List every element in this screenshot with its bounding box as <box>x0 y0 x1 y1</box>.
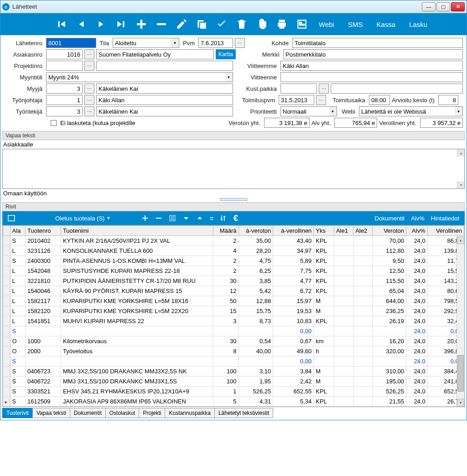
table-row[interactable]: O2000Työveloitus840,0049,60h320,0024,039… <box>3 346 464 356</box>
tyonjohtaja-nimi-input[interactable] <box>96 95 233 105</box>
toimitusaika-input[interactable] <box>369 95 390 105</box>
row-down-icon[interactable] <box>182 214 190 222</box>
table-row[interactable]: L1542048SUPISTUSYHDE KUPARI MAPRESS 22-1… <box>3 266 464 276</box>
col-Ale1[interactable]: Ale1 <box>334 226 353 236</box>
myyja-lookup-button[interactable]: ⋯ <box>84 84 94 94</box>
sms-button[interactable]: SMS <box>345 21 366 28</box>
row-sort-icon[interactable] <box>220 214 227 222</box>
kohde-input[interactable] <box>292 38 463 48</box>
col-Alv%[interactable]: Alv% <box>406 226 427 236</box>
copy-icon[interactable] <box>196 16 208 32</box>
print-icon[interactable] <box>276 16 288 32</box>
confirm-icon[interactable] <box>216 16 228 32</box>
kustpaikka-lookup-button[interactable]: ⋯ <box>319 84 329 94</box>
kustpaikka-nimi-input[interactable] <box>331 84 463 94</box>
projektinro-lookup-button[interactable]: ⋯ <box>84 61 94 71</box>
myyntitili-dropdown-icon[interactable]: ▼ <box>225 72 233 82</box>
tila-dropdown-icon[interactable]: ▼ <box>171 38 179 48</box>
next-record-icon[interactable] <box>95 16 107 32</box>
tyontekija-nimi-input[interactable] <box>96 106 233 116</box>
tyontekija-lookup-button[interactable]: ⋯ <box>84 106 94 116</box>
webi-button[interactable]: Webi <box>316 21 337 28</box>
table-row[interactable]: L3221810PUTKIPIDIN ÄÄNIERISTETTY CR-17/2… <box>3 276 464 286</box>
prioriteetti-select[interactable] <box>280 106 329 116</box>
col-Määrä[interactable]: Määrä <box>213 226 239 236</box>
viitteenne-input[interactable] <box>280 72 463 82</box>
add-icon[interactable] <box>135 16 147 32</box>
tab-lähetetyt-tekstiviestit[interactable]: Lähetetyt tekstiviestit <box>214 408 273 418</box>
table-row[interactable]: S2010402KYTKIN AR 2/16A/250V/IP21 PJ 2X … <box>3 236 464 246</box>
lasku-button[interactable]: Lasku <box>406 21 430 28</box>
tab-vapaa-teksti[interactable]: Vapaa teksti <box>32 408 70 418</box>
col-marker[interactable] <box>3 226 10 236</box>
asiakasnro-input[interactable] <box>46 49 83 59</box>
table-row[interactable]: S0,0024,00,00 <box>3 326 464 336</box>
alv-button[interactable]: Alv% <box>411 215 425 222</box>
scroll-up-button[interactable]: ▴ <box>457 236 464 244</box>
pvm-picker-button[interactable]: ⋯ <box>235 38 245 48</box>
oletus-tuoteala-dropdown[interactable]: Oletus tuoteala (S) ▼ <box>55 215 110 222</box>
hintatiedot-button[interactable]: Hintatiedot <box>431 215 459 222</box>
ei-laskuteta-checkbox[interactable] <box>51 120 57 126</box>
myyntitili-select[interactable] <box>46 72 225 82</box>
kassa-button[interactable]: Kassa <box>374 21 398 28</box>
minimize-button[interactable]: — <box>422 2 436 11</box>
myyja-nimi-input[interactable] <box>96 84 233 94</box>
arvioitu-input[interactable] <box>438 95 458 105</box>
grid-view-icon[interactable] <box>8 214 15 222</box>
table-row[interactable]: S2400300PINTA-ASENNUS 1-OS.KOMBI H=13MM … <box>3 256 464 266</box>
row-euro-icon[interactable]: € <box>234 214 238 223</box>
prioriteetti-dropdown-icon[interactable]: ▼ <box>329 106 337 116</box>
col-Tuotenimi[interactable]: Tuotenimi <box>61 226 213 236</box>
asiakas-nimi-input[interactable] <box>96 49 214 59</box>
table-row[interactable]: L1582120KUPARIPUTKI KME YORKSHIRE L=5M 2… <box>3 306 464 316</box>
col-à-verollinen[interactable]: à-verollinen <box>273 226 314 236</box>
col-Veroton[interactable]: Veroton <box>373 226 406 236</box>
webi-select[interactable] <box>359 106 455 116</box>
toimituspvm-input[interactable] <box>279 95 314 105</box>
asiakkaalle-textarea[interactable]: ▴ ▾ <box>2 149 465 189</box>
col-Ale2[interactable]: Ale2 <box>353 226 373 236</box>
col-Tuotenro[interactable]: Tuotenro <box>25 226 61 236</box>
tab-kustannuspaikka[interactable]: Kustannuspaikka <box>165 408 214 418</box>
dokumentit-button[interactable]: Dokumentit <box>374 215 405 222</box>
col-à-veroton[interactable]: à-veroton <box>239 226 273 236</box>
merkki-input[interactable] <box>283 49 463 59</box>
scroll-up-icon[interactable]: ▴ <box>457 149 464 157</box>
table-row[interactable]: O1000Kilometrikorvaus300,540,67km16,2024… <box>3 336 464 346</box>
table-row[interactable]: S0406722MMJ 3X1,5S/100 DRAKANKC MMJ3X1,5… <box>3 377 464 387</box>
row-remove-icon[interactable] <box>155 214 162 222</box>
table-row[interactable]: S0406723MMJ 3X2,5S/100 DRAKANKC MMJ3X2,5… <box>3 366 464 377</box>
pvm-input[interactable] <box>198 38 233 48</box>
myyja-nro-input[interactable] <box>46 84 83 94</box>
scroll-thumb[interactable] <box>457 355 464 392</box>
tyontekija-nro-input[interactable] <box>46 106 83 116</box>
table-row[interactable]: S0,0024,00,00 <box>3 356 464 366</box>
table-row[interactable]: L1540046KÄYRÄ 90 PYÖRIST. KUPARI MAPRESS… <box>3 286 464 296</box>
tila-select[interactable] <box>113 38 171 48</box>
kartta-button[interactable]: Kartta <box>216 49 236 59</box>
col-Verollinen[interactable]: Verollinen <box>427 226 464 236</box>
row-equals-icon[interactable]: = <box>210 215 213 222</box>
webi-dropdown-icon[interactable]: ▼ <box>455 106 463 116</box>
table-row[interactable]: L1582117KUPARIPUTKI KME YORKSHIRE L=5M 1… <box>3 296 464 306</box>
splitter[interactable] <box>0 198 467 201</box>
rows-grid[interactable]: AlaTuotenroTuotenimiMääräà-verotonà-vero… <box>2 225 465 407</box>
prev-record-icon[interactable] <box>75 16 87 32</box>
tab-tuoterivit[interactable]: Tuoterivit <box>2 408 33 418</box>
col-Yks[interactable]: Yks <box>314 226 334 236</box>
close-button[interactable]: ✕ <box>451 2 465 11</box>
lahetenro-input[interactable] <box>46 38 96 48</box>
row-add-icon[interactable] <box>141 214 149 222</box>
viitteemme-input[interactable] <box>280 61 463 71</box>
kustpaikka-nro-input[interactable] <box>280 84 317 94</box>
scroll-down-icon[interactable]: ▾ <box>457 181 464 188</box>
col-Ala[interactable]: Ala <box>10 226 25 236</box>
row-list-icon[interactable] <box>169 214 176 222</box>
attach-icon[interactable] <box>256 16 268 32</box>
tab-ostolaskut[interactable]: Ostolaskut <box>105 408 140 418</box>
first-record-icon[interactable] <box>55 16 67 32</box>
tyonjohtaja-nro-input[interactable] <box>46 95 83 105</box>
row-up-icon[interactable] <box>196 214 203 222</box>
table-row[interactable]: L1541851MUHVI KUPARI MAPRESS 2238,7310,8… <box>3 316 464 326</box>
